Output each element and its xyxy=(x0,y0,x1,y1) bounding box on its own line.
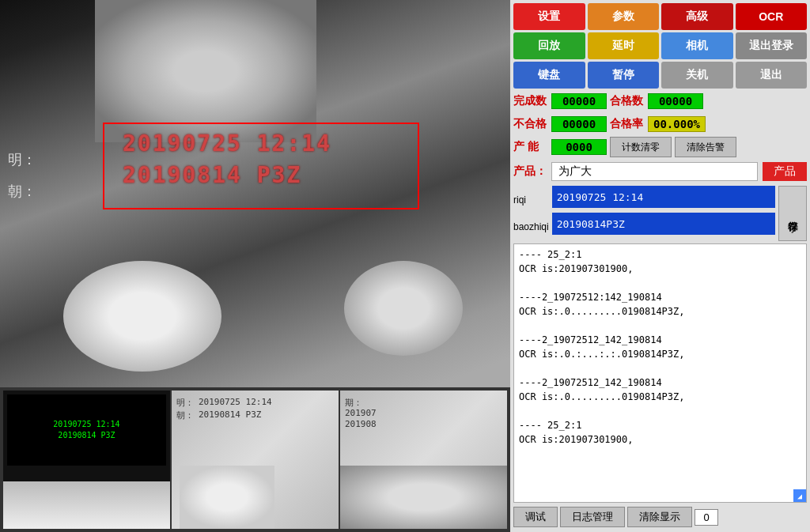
thumb1-text: 20190725 12:14 20190814 P3Z xyxy=(53,419,119,441)
ocr-line2: 20190814 P3Z xyxy=(123,162,301,188)
thumbnails-row: 20190725 12:14 20190814 P3Z 明： 朝： 201907… xyxy=(0,387,510,532)
jishu-qingling-button[interactable]: 计数清零 xyxy=(610,137,672,157)
app: 明： 朝： 20190725 12:14 20190814 P3Z 201907… xyxy=(0,0,810,532)
product-button[interactable]: 产品 xyxy=(763,162,807,181)
thumb3-blob xyxy=(340,466,507,529)
gaoji-button[interactable]: 高级 xyxy=(661,3,733,30)
ocr-line1: 20190725 12:14 xyxy=(123,130,331,157)
save-btn-col: 保存字符 xyxy=(778,186,807,241)
log-line: OCR is:201907301900, xyxy=(519,262,801,276)
stats-row-3: 产 能 0000 计数清零 清除告警 xyxy=(513,137,807,157)
thumb1-bottom xyxy=(3,481,170,529)
riqi-label: riqi xyxy=(513,189,549,211)
log-line: ----2_19072512:142_190814 xyxy=(519,290,801,304)
wancheng-value: 00000 xyxy=(551,93,607,109)
button-row-3: 键盘 暂停 关机 退出 xyxy=(513,62,807,89)
product-row: 产品： 为广大 产品 xyxy=(513,160,807,183)
stats-row-1: 完成数 00000 合格数 00000 xyxy=(513,91,807,111)
button-row-1: 设置 参数 高级 OCR xyxy=(513,3,807,30)
product-name: 为广大 xyxy=(551,162,758,181)
zanting-button[interactable]: 暂停 xyxy=(588,62,660,89)
log-mgmt-button[interactable]: 日志管理 xyxy=(560,507,625,527)
hege-value: 00000 xyxy=(648,93,703,109)
log-line: OCR is:.0.:...:.:.0190814P3Z, xyxy=(519,347,801,361)
log-line: OCR is:.0.........0190814P3Z, xyxy=(519,390,801,404)
ocr-fields: riqi baozhiqi 20190725 12:14 20190814P3Z… xyxy=(513,186,807,241)
debug-button[interactable]: 调试 xyxy=(513,507,558,527)
thumb2-text2: 20190814 P3Z xyxy=(199,409,261,420)
huifang-button[interactable]: 回放 xyxy=(513,32,585,59)
ocr-button[interactable]: OCR xyxy=(736,3,808,30)
tuichudenglv-button[interactable]: 退出登录 xyxy=(736,32,808,59)
wancheng-label: 完成数 xyxy=(513,94,548,108)
buhege-value: 00000 xyxy=(551,116,607,132)
xiangji-button[interactable]: 相机 xyxy=(661,32,733,59)
scroll-icon[interactable]: ◢ xyxy=(793,489,806,502)
yanshi-button[interactable]: 延时 xyxy=(588,32,660,59)
log-line: ---- 25_2:1 xyxy=(519,418,801,432)
qingchu-gaojing-button[interactable]: 清除告警 xyxy=(675,137,736,157)
channeng-label: 产 能 xyxy=(513,140,548,154)
product-label: 产品： xyxy=(513,164,547,179)
log-line: OCR is:201907301900, xyxy=(519,432,801,447)
ocr-field-values: 20190725 12:14 20190814P3Z xyxy=(552,186,775,241)
bottom-row: 调试 日志管理 清除显示 0 xyxy=(513,505,807,529)
thumb2-text1: 20190725 12:14 xyxy=(199,397,272,407)
bottom-count: 0 xyxy=(695,509,718,526)
buhege-label: 不合格 xyxy=(513,117,548,131)
thumbnail-3[interactable]: 期： 201907 201908 xyxy=(340,391,507,529)
right-panel: 设置 参数 高级 OCR 回放 延时 相机 退出登录 键盘 暂停 关机 退出 完… xyxy=(510,0,810,532)
thumb2-blob xyxy=(180,466,274,529)
log-line: OCR is:.0.........0190814P3Z, xyxy=(519,304,801,319)
log-line xyxy=(519,404,801,418)
jianpan-button[interactable]: 键盘 xyxy=(513,62,585,89)
label-chao: 朝： xyxy=(8,182,36,201)
guanji-button[interactable]: 关机 xyxy=(661,62,733,89)
thumb1-inner: 20190725 12:14 20190814 P3Z xyxy=(7,394,166,466)
save-zifv-button[interactable]: 保存字符 xyxy=(778,186,807,241)
log-line xyxy=(519,276,801,290)
log-area[interactable]: ---- 25_2:1OCR is:201907301900, ----2_19… xyxy=(513,243,807,503)
clear-display-button[interactable]: 清除显示 xyxy=(627,507,692,527)
thumb2-label2: 朝： xyxy=(176,409,194,421)
label-ming: 明： xyxy=(8,150,36,169)
ocr-field-labels: riqi baozhiqi xyxy=(513,186,549,241)
log-line xyxy=(519,361,801,375)
log-line: ----2_19072512_142_190814 xyxy=(519,375,801,390)
shezhi-button[interactable]: 设置 xyxy=(513,3,585,30)
baozhiqi-value: 20190814P3Z xyxy=(552,213,775,235)
main-image: 明： 朝： 20190725 12:14 20190814 P3Z xyxy=(0,0,510,387)
tuichu-button[interactable]: 退出 xyxy=(736,62,808,89)
hegerate-value: 00.000% xyxy=(648,116,706,132)
thumb3-text2: 201908 xyxy=(345,419,377,429)
channeng-value: 0000 xyxy=(551,139,607,155)
thumb2-label1: 明： xyxy=(176,397,194,409)
thumbnail-2[interactable]: 明： 朝： 20190725 12:14 20190814 P3Z xyxy=(172,391,339,529)
thumb3-label: 期： xyxy=(345,397,362,409)
white-object xyxy=(63,261,221,372)
log-lines: ---- 25_2:1OCR is:201907301900, ----2_19… xyxy=(519,247,801,447)
white-object-2 xyxy=(344,261,463,356)
thumb3-text1: 201907 xyxy=(345,408,377,418)
riqi-value: 20190725 12:14 xyxy=(552,186,775,208)
hege-label: 合格数 xyxy=(610,94,645,108)
log-line: ----2_19072512_142_190814 xyxy=(519,333,801,347)
baozhiqi-label: baozhiqi xyxy=(513,216,549,238)
log-line xyxy=(519,319,801,333)
thumbnail-1[interactable]: 20190725 12:14 20190814 P3Z xyxy=(3,391,170,529)
hegerate-label: 合格率 xyxy=(610,117,645,131)
log-line: ---- 25_2:1 xyxy=(519,247,801,262)
stats-row-2: 不合格 00000 合格率 00.000% xyxy=(513,114,807,134)
light-area xyxy=(95,0,316,142)
left-panel: 明： 朝： 20190725 12:14 20190814 P3Z 201907… xyxy=(0,0,510,532)
canshu-button[interactable]: 参数 xyxy=(588,3,660,30)
button-row-2: 回放 延时 相机 退出登录 xyxy=(513,32,807,59)
